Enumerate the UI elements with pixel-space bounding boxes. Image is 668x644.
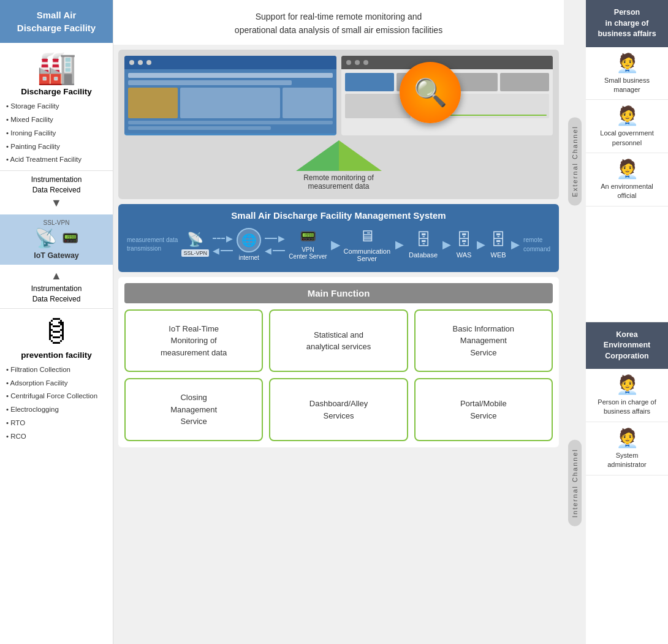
internal-channel-label: Internal Channel — [568, 440, 582, 526]
data-labels: measurement data transmission — [127, 237, 178, 252]
screenshot-left — [124, 56, 336, 135]
factory-icon: 🏭 — [6, 51, 107, 83]
web-icon: 🗄 — [490, 230, 506, 249]
iot-label: IoT Gateway — [6, 251, 107, 260]
server-arrow2: ▶ — [442, 238, 451, 251]
person-local-gov: 🧑‍💼 Local governmentpersonnel — [586, 100, 668, 153]
function-grid: IoT Real-TimeMonitoring ofmeasurement da… — [124, 309, 553, 441]
servers-row: 🖥 CommunicationServer ▶ 🗄 Database ▶ 🗄 W… — [344, 227, 520, 262]
int-spacer — [586, 475, 668, 644]
function-card-1: IoT Real-TimeMonitoring ofmeasurement da… — [124, 309, 263, 373]
server-arrow4: ▶ — [511, 238, 520, 251]
person-biz-charge: 🧑‍💼 Person in charge ofbusiness affairs — [586, 369, 668, 422]
router-icon: 📡 — [34, 227, 57, 249]
function-card-2: Statistical andanalytical services — [269, 309, 408, 373]
prevention-section: 🛢 prevention facility • Filtration Colle… — [0, 308, 113, 447]
person-small-biz: 🧑‍💼 Small businessmanager — [586, 47, 668, 100]
page-wrapper: Small AirDischarge Facility 🏭 Discharge … — [0, 0, 668, 644]
ssl-label: SSL-VPN — [6, 219, 107, 226]
external-header: Personin charge ofbusiness affairs — [586, 0, 668, 47]
was-label: WAS — [457, 251, 472, 259]
db-icon: 🗄 — [416, 230, 431, 249]
env-official-name: An environmentalofficial — [601, 182, 653, 201]
sys-admin-name: Systemadministrator — [607, 451, 647, 470]
internal-persons: KoreaEnvironmentCorporation 🧑‍💼 Person i… — [586, 322, 668, 645]
person-env-official: 🧑‍💼 An environmentalofficial — [586, 153, 668, 206]
internet-label: internet — [238, 254, 259, 261]
top-diagram: 🔍 Remote monitoring of measurement data — [118, 50, 559, 199]
db-label: Database — [409, 251, 438, 259]
server-db: 🗄 Database — [409, 230, 438, 259]
ext-spacer — [586, 206, 668, 322]
local-gov-name: Local governmentpersonnel — [600, 129, 653, 148]
ssl-vpn-tag: SSL-VPN — [181, 249, 209, 257]
prevention-title: prevention facility — [6, 350, 107, 360]
connector2: ▶ ◀ — [265, 233, 285, 256]
vpn-icon: 📟 — [300, 229, 316, 244]
external-channel-label: External Channel — [568, 117, 582, 205]
instrumentation-top: Instrumentation Data Received ▼ — [0, 171, 113, 214]
connector: ▶ ◀ — [213, 233, 233, 256]
internet-node: 🌐 internet — [237, 228, 261, 261]
page-header: Support for real-time remote monitoring … — [113, 0, 564, 45]
server-was: 🗄 WAS — [456, 230, 472, 259]
function-card-6: Portal/MobileService — [414, 378, 553, 441]
instrumentation-bottom: ▲ Instrumentation Data Received — [0, 265, 113, 308]
iot-section: SSL-VPN 📡 📟 IoT Gateway — [0, 214, 113, 265]
main-function-header: Main Function — [124, 283, 553, 303]
server-comm: 🖥 CommunicationServer — [344, 227, 390, 262]
tank-icon: 🛢 — [6, 317, 107, 347]
server-arrow1: ▶ — [395, 238, 404, 251]
discharge-section: 🏭 Discharge Facility • Storage Facility … — [0, 43, 113, 171]
function-card-3: Basic InformationManagementService — [414, 309, 553, 373]
left-sidebar: Small AirDischarge Facility 🏭 Discharge … — [0, 0, 113, 644]
vpn-label: VPNCenter Server — [289, 246, 327, 260]
external-section: External Channel Personin charge ofbusin… — [564, 0, 668, 322]
person-sys-admin: 🧑‍💼 Systemadministrator — [586, 422, 668, 475]
prevention-list: • Filtration Collection • Adsorption Fac… — [6, 363, 107, 444]
server-web: 🗄 WEB — [490, 230, 506, 259]
comm-server-icon: 🖥 — [359, 227, 375, 246]
screenshots — [124, 56, 553, 135]
sidebar-title: Small AirDischarge Facility — [0, 0, 113, 43]
vpn-node: 📟 VPNCenter Server — [289, 229, 327, 260]
arrow-right: ▶ — [331, 237, 340, 252]
mgmt-system-title: Small Air Discharge Facility Management … — [127, 210, 550, 221]
function-card-5: Dashboard/AlleyServices — [269, 378, 408, 441]
internal-header: KoreaEnvironmentCorporation — [586, 322, 668, 369]
center-area: Support for real-time remote monitoring … — [113, 0, 564, 644]
was-icon: 🗄 — [456, 230, 472, 249]
small-biz-name: Small businessmanager — [604, 76, 650, 95]
internal-channel-strip: Internal Channel — [564, 322, 586, 645]
mgmt-system-section: Small Air Discharge Facility Management … — [118, 204, 559, 272]
external-channel-strip: External Channel — [564, 0, 586, 322]
green-arrows — [124, 140, 553, 171]
iot-node-icon: 📡 — [187, 232, 203, 248]
biz-charge-avatar: 🧑‍💼 — [616, 374, 639, 395]
monitoring-label: Remote monitoring of measurement data — [124, 171, 553, 193]
internal-section: Internal Channel KoreaEnvironmentCorpora… — [564, 322, 668, 645]
remote-label: remote command — [523, 237, 550, 252]
magnifier: 🔍 — [400, 62, 461, 123]
iot-devices: 📡 📟 — [6, 227, 107, 249]
right-area: External Channel Personin charge ofbusin… — [564, 0, 668, 644]
internet-icon: 🌐 — [237, 228, 261, 252]
server-arrow3: ▶ — [477, 238, 485, 251]
external-persons: Personin charge ofbusiness affairs 🧑‍💼 S… — [586, 0, 668, 322]
iot-node: 📡 SSL-VPN — [181, 232, 209, 257]
web-label: WEB — [491, 251, 506, 259]
env-official-avatar: 🧑‍💼 — [616, 158, 639, 180]
function-card-4: ClosingManagementService — [124, 378, 263, 441]
network-connectivity: measurement data transmission 📡 SSL-VPN … — [127, 227, 550, 262]
comm-server-label: CommunicationServer — [344, 248, 390, 262]
transmission-label: measurement data — [127, 237, 178, 243]
local-gov-avatar: 🧑‍💼 — [616, 105, 639, 126]
discharge-list: • Storage Facility • Mixed Facility • Ir… — [6, 100, 107, 167]
header-line1: Support for real-time remote monitoring … — [256, 12, 422, 21]
modem-icon: 📟 — [62, 230, 78, 246]
header-line2: operational data analysis of small air e… — [235, 25, 442, 35]
discharge-title: Discharge Facility — [6, 87, 107, 96]
biz-charge-name: Person in charge ofbusiness affairs — [598, 398, 656, 417]
sys-admin-avatar: 🧑‍💼 — [616, 427, 639, 449]
main-function-section: Main Function IoT Real-TimeMonitoring of… — [118, 277, 559, 447]
